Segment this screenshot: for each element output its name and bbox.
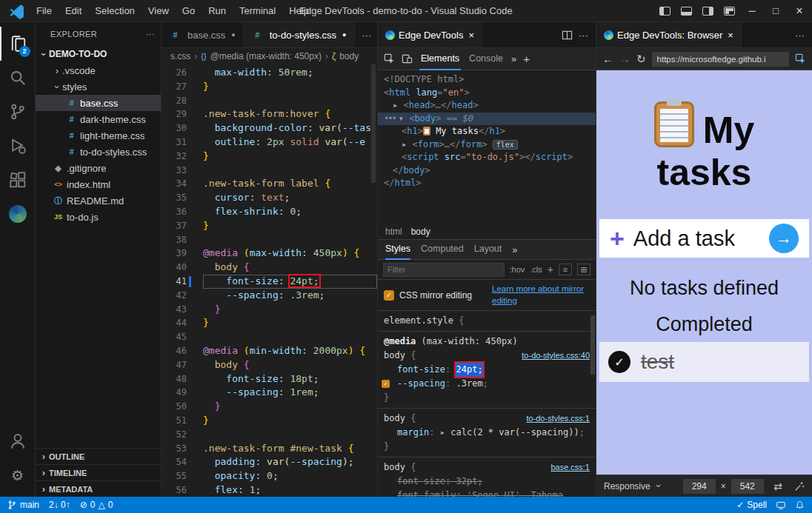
- style-rule-row[interactable]: font-family: 'Segoe UI', Tahoma: [378, 489, 596, 497]
- add-tool-icon[interactable]: +: [523, 53, 530, 65]
- tab-base-css[interactable]: # base.css ●: [162, 22, 244, 47]
- explorer-item-to-do.js[interactable]: JSto-do.js: [36, 209, 161, 225]
- explorer-item-light-theme.css[interactable]: #light-theme.css: [36, 127, 161, 144]
- source-control-icon[interactable]: [0, 95, 36, 129]
- inspect-element-icon[interactable]: [384, 53, 395, 64]
- code-line[interactable]: background-color: var(--tas: [203, 121, 377, 135]
- sidebar-section-metadata[interactable]: ›METADATA: [36, 480, 161, 497]
- code-line[interactable]: [203, 428, 377, 442]
- tab-console[interactable]: Console: [467, 48, 505, 70]
- code-line[interactable]: }: [203, 303, 377, 317]
- style-rule-row[interactable]: ✓--spacing: .3rem;: [378, 377, 596, 391]
- tab-styles[interactable]: Styles: [385, 240, 410, 260]
- viewport-height-input[interactable]: 542: [731, 479, 764, 494]
- editor-scrollbar[interactable]: [371, 64, 376, 183]
- code-line[interactable]: cursor: text;: [203, 191, 377, 205]
- tab-edge-devtools[interactable]: Edge DevTools ×: [378, 22, 482, 47]
- style-rule-row[interactable]: font-size: 32pt;: [378, 475, 596, 489]
- tab-edge-devtools-browser[interactable]: Edge DevTools: Browser ×: [596, 22, 742, 47]
- explorer-item-base.css[interactable]: #base.css: [36, 95, 161, 111]
- explorer-item-.vscode[interactable]: ›.vscode: [36, 62, 161, 78]
- menu-go[interactable]: Go: [176, 0, 202, 22]
- close-button[interactable]: ×: [793, 4, 806, 18]
- code-line[interactable]: .new-task-form #new-task {: [203, 442, 377, 456]
- style-rule-row[interactable]: body {to-do-styles.css:40: [378, 349, 596, 363]
- new-rule-button[interactable]: +: [548, 264, 553, 275]
- modified-dot[interactable]: ●: [342, 31, 346, 38]
- screencast-icon[interactable]: [776, 500, 786, 510]
- code-line[interactable]: body {: [203, 358, 377, 372]
- dom-node[interactable]: ▸ <head>…</head>: [378, 99, 596, 113]
- code-line[interactable]: @media (min-width: 2000px) {: [203, 344, 377, 358]
- sidebar-section-outline[interactable]: ›OUTLINE: [36, 448, 161, 464]
- tab-to-do-styles-css[interactable]: # to-do-styles.css ●: [244, 22, 355, 47]
- code-line[interactable]: --spacing: 1rem;: [203, 386, 377, 400]
- reload-icon[interactable]: ↻: [636, 53, 646, 66]
- tab-layout[interactable]: Layout: [474, 240, 502, 260]
- code-line[interactable]: --spacing: .3rem;: [203, 289, 377, 303]
- more-style-tabs-icon[interactable]: »: [512, 244, 517, 255]
- code-line[interactable]: @media (max-width: 450px) {: [203, 247, 377, 261]
- explorer-root-folder[interactable]: › DEMO-TO-DO: [36, 46, 161, 62]
- crumb-html[interactable]: html: [385, 227, 402, 237]
- crumb-body[interactable]: body: [411, 227, 430, 237]
- grid-overlay-icon[interactable]: ⊞: [577, 264, 590, 275]
- styles-scrollbar[interactable]: [590, 315, 595, 375]
- breadcrumb-media[interactable]: @media (max-width: 450px): [210, 51, 322, 61]
- code-line[interactable]: }: [203, 80, 377, 94]
- dom-node[interactable]: ▸ <form>…</form>flex: [378, 138, 596, 152]
- style-rule-row[interactable]: }: [378, 391, 596, 405]
- dom-node[interactable]: <!DOCTYPE html>: [378, 73, 596, 87]
- dom-node[interactable]: </body>: [378, 164, 596, 178]
- breadcrumb-selector[interactable]: body: [339, 51, 359, 61]
- open-devtools-inspect-icon[interactable]: [795, 53, 806, 64]
- style-rule-row[interactable]: margin: ▸ calc(2 * var(--spacing));: [378, 426, 596, 440]
- sync-indicator[interactable]: 2↓ 0↑: [49, 500, 70, 510]
- submit-task-button[interactable]: →: [769, 224, 799, 253]
- dom-node[interactable]: <html lang="en">: [378, 87, 596, 100]
- dom-node[interactable]: <script src="to-do.js"></script>: [378, 151, 596, 164]
- settings-gear-icon[interactable]: ⚙: [0, 458, 36, 492]
- style-rule-row[interactable]: element.style {: [378, 314, 596, 328]
- style-rule-row[interactable]: body {base.css:1: [378, 460, 596, 475]
- run-debug-icon[interactable]: [0, 129, 36, 163]
- code-line[interactable]: flex-shrink: 0;: [203, 205, 377, 219]
- hide-lines-icon[interactable]: ≡: [559, 264, 572, 275]
- style-rule-row[interactable]: }: [378, 440, 596, 454]
- device-emulation-icon[interactable]: [402, 53, 413, 64]
- close-tab-icon[interactable]: ×: [468, 30, 474, 41]
- menu-terminal[interactable]: Terminal: [233, 0, 282, 22]
- code-line[interactable]: }: [203, 414, 377, 428]
- menu-view[interactable]: View: [142, 0, 176, 22]
- modified-dot[interactable]: ●: [231, 31, 235, 38]
- class-toggle-button[interactable]: .cls: [530, 265, 542, 274]
- add-task-label[interactable]: Add a task: [633, 227, 735, 251]
- toggle-sidebar-icon[interactable]: [659, 7, 670, 16]
- auto-fix-icon[interactable]: [794, 481, 805, 492]
- explorer-item-dark-theme.css[interactable]: #dark-theme.css: [36, 111, 161, 127]
- dom-node[interactable]: </html>: [378, 177, 596, 190]
- code-line[interactable]: }: [203, 400, 377, 414]
- completed-task-item[interactable]: ✓ test: [599, 342, 809, 382]
- code-line[interactable]: }: [203, 316, 377, 330]
- code-line[interactable]: [203, 330, 377, 344]
- panel-more-actions-icon[interactable]: ···: [579, 30, 588, 41]
- code-line[interactable]: [203, 233, 377, 247]
- code-line[interactable]: [203, 94, 377, 108]
- forward-icon[interactable]: →: [619, 53, 630, 65]
- code-line[interactable]: body {: [203, 261, 377, 275]
- tab-computed[interactable]: Computed: [421, 240, 464, 260]
- code-line[interactable]: [203, 164, 377, 178]
- branch-indicator[interactable]: main: [7, 500, 39, 510]
- sidebar-section-timeline[interactable]: ›TIMELINE: [36, 464, 161, 480]
- split-editor-icon[interactable]: [562, 30, 573, 41]
- pseudo-state-button[interactable]: :hov: [510, 265, 525, 274]
- explorer-item-README.md[interactable]: ⓘREADME.md: [36, 192, 161, 209]
- rotate-viewport-icon[interactable]: ⇄: [773, 480, 782, 492]
- style-rule-row[interactable]: font-size: 24pt;: [378, 363, 596, 377]
- breadcrumb-file[interactable]: s.css: [170, 51, 190, 61]
- mirror-prop-checkbox[interactable]: ✓: [382, 380, 390, 388]
- stylesheet-link[interactable]: to-do-styles.css:1: [520, 412, 590, 426]
- edge-devtools-icon[interactable]: [0, 197, 36, 231]
- code-line[interactable]: opacity: 0;: [203, 469, 377, 483]
